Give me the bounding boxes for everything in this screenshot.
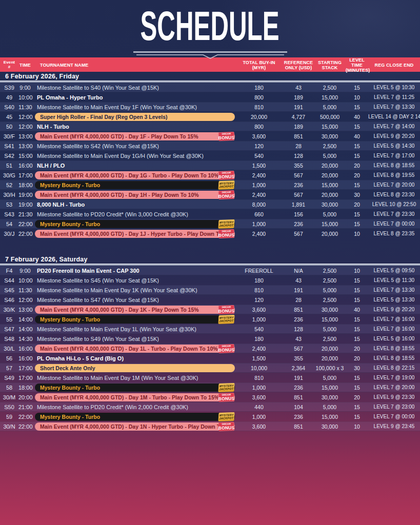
event-number: S40 — [0, 104, 18, 110]
total-buy-in: 3,600 — [235, 423, 283, 430]
starting-stack: 5,000 — [314, 211, 346, 217]
reg-close-end: LEVEL 7 @ 17:00 — [368, 153, 420, 158]
starting-stack: 2,500 — [314, 85, 346, 91]
reg-close-end: LEVEL 7 @ 00:00 — [368, 414, 420, 419]
reference-usd: 191 — [283, 287, 314, 293]
tournament-row: S42 15:00 Milestone Satellite to Main Ev… — [0, 151, 420, 160]
starting-stack: 30,000 — [314, 423, 346, 430]
level-time-minutes: 15 — [346, 104, 368, 110]
tournament-row: 51 16:00 NLH / PLO 1,500 355 20,000 20 L… — [0, 160, 420, 170]
starting-stack: 15,000 — [314, 94, 346, 100]
total-buy-in: 810 — [235, 104, 283, 110]
tournament-name-cell: Milestone Satellite to PD20 Credit* (Win… — [32, 211, 235, 217]
start-time: 19:00 — [18, 201, 32, 208]
tournament-name-cell: Mystery Bounty - Turbo MYSTERY JACKPOT — [32, 181, 235, 189]
reg-close-end: LEVEL 5 @ 13:30 — [368, 297, 420, 302]
tournament-name-cell: PL Omaha - Hyper Turbo — [32, 94, 235, 100]
reg-close-end: LEVEL 8 @ 18:55 — [368, 163, 420, 168]
tournament-row: 54 22:00 Mystery Bounty - Turbo MYSTERY … — [0, 219, 420, 229]
reg-close-end: LEVEL 5 @ 16:00 — [368, 336, 420, 341]
mystery-jackpot-badge: MYSTERY JACKPOT — [218, 382, 234, 392]
start-time: 22:00 — [18, 414, 32, 420]
total-buy-in: 810 — [235, 287, 283, 293]
reference-usd: 236 — [283, 385, 314, 391]
level-time-minutes: 40 — [346, 307, 368, 313]
tournament-name-cell: Short Deck Ante Only — [32, 364, 235, 372]
tournament-row: 56 16:00 PL Omaha Hi-Lo - 5 Card (Big O)… — [0, 353, 420, 363]
event-number: S42 — [0, 153, 18, 159]
tournament-name: Main Event (MYR 4,000,000 GTD) - Day 1M … — [35, 393, 235, 401]
event-number: S39 — [0, 85, 18, 91]
starting-stack: 15,000 — [314, 182, 346, 188]
reference-usd: 236 — [283, 414, 314, 420]
start-time: 13:00 — [18, 307, 32, 313]
total-buy-in: 3,600 — [235, 394, 283, 400]
starting-stack: 15,000 — [314, 221, 346, 227]
level-time-minutes: 15 — [346, 85, 368, 91]
level-time-minutes: 15 — [346, 336, 368, 342]
tournament-name: PL Omaha - Hyper Turbo — [35, 94, 103, 100]
reg-close-end: LEVEL 7 @ 19:00 — [368, 375, 420, 380]
starting-stack: 20,000 — [314, 231, 346, 237]
start-time: 16:00 — [18, 163, 32, 169]
reg-close-end: LEVEL 7 @ 11:25 — [368, 94, 420, 100]
start-time: 9:00 — [18, 268, 32, 274]
tournament-row: 49 10:00 PL Omaha - Hyper Turbo 800 189 … — [0, 92, 420, 102]
starting-stack: 15,000 — [314, 385, 346, 391]
level-time-minutes: 20 — [346, 394, 368, 400]
total-buy-in: 810 — [235, 375, 283, 381]
start-time: 10:00 — [18, 94, 32, 100]
start-time: 16:00 — [18, 346, 32, 352]
tournament-name: PL Omaha Hi-Lo - 5 Card (Big O) — [35, 355, 124, 361]
tournament-row: S49 17:00 Milestone Satellite to Main Ev… — [0, 373, 420, 382]
tournament-row: 30/L 16:00 Main Event (MYR 4,000,000 GTD… — [0, 344, 420, 353]
tournament-name: Mystery Bounty - Turbo MYSTERY JACKPOT — [35, 220, 235, 228]
tournament-row: 55 14:00 Mystery Bounty - Turbo MYSTERY … — [0, 314, 420, 324]
level-time-minutes: 20 — [346, 355, 368, 361]
reg-close-end: LEVEL 7 @ 13:30 — [368, 104, 420, 110]
level-time-minutes: 10 — [346, 94, 368, 100]
reg-close-end: LEVEL 9 @ 23:30 — [368, 394, 420, 400]
tournament-name-cell: Main Event (MYR 4,000,000 GTD) - Day 1J … — [32, 230, 235, 238]
reference-usd: 236 — [283, 182, 314, 188]
reference-usd: 43 — [283, 277, 314, 284]
start-time: 11:30 — [18, 104, 32, 110]
tournament-name: Milestone Satellite to Main Event Day 1F… — [35, 104, 197, 110]
title-block: SCHEDULE — [0, 0, 420, 57]
tournament-row: 52 18:00 Mystery Bounty - Turbo MYSTERY … — [0, 180, 420, 190]
tournament-row: F4 9:00 PD20 Freeroll to Main Event - CA… — [0, 266, 420, 275]
reg-close-end: LEVEL 7 @ 16:00 — [368, 316, 420, 322]
section-gap — [0, 238, 420, 255]
tournament-name-cell: Mystery Bounty - Turbo MYSTERY JACKPOT — [32, 413, 235, 421]
start-time: 22:00 — [18, 221, 32, 227]
level-time-minutes: 10 — [346, 231, 368, 237]
tournament-name-cell: Main Event (MYR 4,000,000 GTD) - Day 1F … — [32, 132, 235, 140]
reg-close-end: LEVEL 8 @ 22:15 — [368, 365, 420, 371]
event-number: 52 — [0, 182, 18, 188]
level-time-minutes: 15 — [346, 143, 368, 149]
starting-stack: 20,000 — [314, 192, 346, 198]
total-buy-in: 8,000 — [235, 201, 283, 208]
dream-bonus-badge: DREAM BONUS — [218, 170, 235, 179]
start-time: 18:00 — [18, 182, 32, 188]
tournament-name: Milestone Satellite to Main Event Day 1G… — [35, 153, 204, 159]
tournament-row: 30/K 13:00 Main Event (MYR 4,000,000 GTD… — [0, 305, 420, 314]
event-number: 54 — [0, 221, 18, 227]
total-buy-in: 3,600 — [235, 307, 283, 313]
reg-close-end: LEVEL 5 @ 11:30 — [368, 277, 420, 283]
dream-bonus-badge: DREAM BONUS — [218, 229, 235, 238]
tournament-name: Milestone Satellite to S47 (Win Your Sea… — [35, 297, 159, 303]
reference-usd: 43 — [283, 336, 314, 342]
tournament-row: 58 18:00 Mystery Bounty - Turbo MYSTERY … — [0, 382, 420, 392]
total-buy-in: 3,600 — [235, 133, 283, 139]
total-buy-in: 1,500 — [235, 355, 283, 361]
level-time-minutes: 40 — [346, 133, 368, 139]
start-time: 13:00 — [18, 143, 32, 149]
event-number: 30/H — [0, 192, 18, 198]
start-time: 12:00 — [18, 114, 32, 120]
event-number: 51 — [0, 163, 18, 169]
reference-usd: 189 — [283, 124, 314, 130]
reg-close-end: LEVEL 7 @ 20:00 — [368, 182, 420, 188]
tournament-name: Main Event (MYR 4,000,000 GTD) - Day 1H … — [35, 191, 235, 199]
level-time-minutes: 20 — [346, 201, 368, 208]
